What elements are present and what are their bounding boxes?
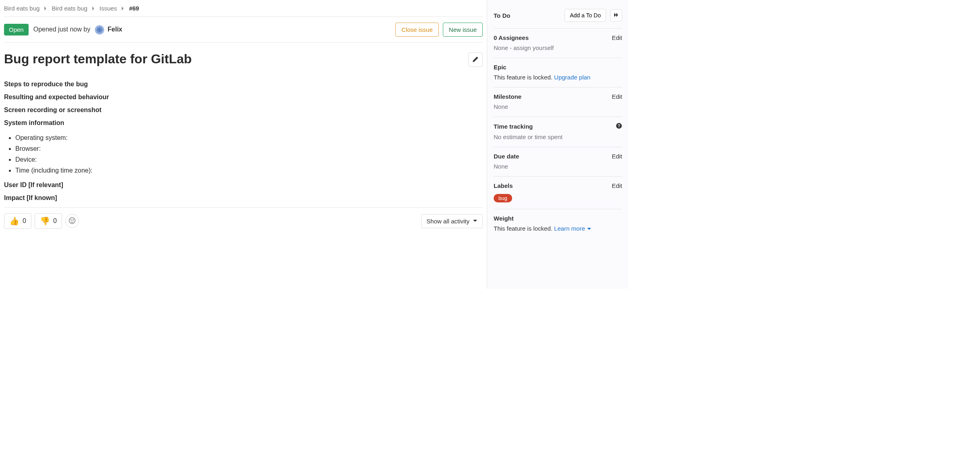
svg-text:?: ?: [618, 124, 620, 128]
sidebar-weight: Weight This feature is locked. Learn mor…: [494, 209, 622, 238]
breadcrumb: Bird eats bug Bird eats bug Issues #69: [4, 3, 483, 17]
issue-description: Steps to reproduce the bug Resulting and…: [4, 71, 483, 202]
label-chip[interactable]: bug: [494, 194, 512, 202]
issue-sidebar: To Do Add a To Do 0 Assignees Edit None …: [487, 0, 629, 289]
list-item: Operating system:: [15, 132, 483, 143]
time-tracking-value: No estimate or time spent: [494, 133, 622, 140]
sidebar-assignees: 0 Assignees Edit None - assign yourself: [494, 29, 622, 58]
section-heading: Resulting and expected behaviour: [4, 94, 483, 101]
svg-point-4: [73, 219, 73, 220]
sidebar-title: To Do: [494, 12, 510, 19]
sidebar-title: Due date: [494, 153, 519, 160]
section-heading: System information: [4, 119, 483, 127]
breadcrumb-current: #69: [129, 5, 139, 12]
activity-filter-label: Show all activity: [426, 218, 469, 225]
help-icon[interactable]: ?: [616, 123, 622, 130]
chevron-double-right-icon: [613, 12, 619, 19]
chevron-right-icon: [91, 5, 96, 12]
author-avatar[interactable]: [95, 25, 104, 35]
due-date-value: None: [494, 163, 622, 170]
pencil-icon: [472, 56, 479, 64]
breadcrumb-section[interactable]: Issues: [100, 5, 117, 12]
add-reaction-button[interactable]: [65, 214, 79, 228]
chevron-down-icon: [587, 227, 592, 231]
edit-link[interactable]: Edit: [612, 34, 622, 41]
chevron-right-icon: [44, 5, 48, 12]
list-item: Time (including time zone):: [15, 165, 483, 176]
chevron-down-icon: [473, 218, 478, 225]
section-heading: User ID [If relevant]: [4, 181, 483, 189]
sidebar-title: Time tracking: [494, 123, 533, 130]
thumbs-down-reaction[interactable]: 👎 0: [35, 213, 62, 229]
edit-link[interactable]: Edit: [612, 182, 622, 189]
section-heading: Screen recording or screenshot: [4, 106, 483, 114]
svg-point-2: [69, 217, 75, 223]
svg-point-3: [71, 219, 71, 220]
sidebar-epic: Epic This feature is locked. Upgrade pla…: [494, 58, 622, 88]
add-todo-button[interactable]: Add a To Do: [565, 9, 606, 22]
sidebar-todo: To Do Add a To Do: [494, 3, 622, 29]
author-name[interactable]: Felix: [108, 26, 122, 33]
epic-locked-text: This feature is locked.: [494, 74, 554, 81]
edit-issue-button[interactable]: [468, 52, 483, 67]
close-issue-button[interactable]: Close issue: [395, 23, 439, 37]
milestone-value: None: [494, 103, 622, 110]
learn-more-link[interactable]: Learn more: [554, 225, 585, 232]
sidebar-title: Weight: [494, 215, 514, 222]
sidebar-title: Milestone: [494, 93, 521, 100]
sidebar-milestone: Milestone Edit None: [494, 88, 622, 117]
chevron-right-icon: [121, 5, 125, 12]
thumbs-up-icon: 👍: [9, 216, 19, 226]
sidebar-title: 0 Assignees: [494, 34, 529, 41]
breadcrumb-root[interactable]: Bird eats bug: [4, 5, 39, 12]
opened-by-text: Opened just now by Felix: [33, 25, 122, 35]
thumbs-up-reaction[interactable]: 👍 0: [4, 213, 31, 229]
section-heading: Steps to reproduce the bug: [4, 81, 483, 88]
issue-header: Open Opened just now by Felix Close issu…: [4, 17, 483, 43]
list-item: Device:: [15, 154, 483, 165]
activity-bar: 👍 0 👎 0 Show all activity: [4, 207, 483, 229]
sidebar-due-date: Due date Edit None: [494, 147, 622, 177]
reaction-count: 0: [53, 217, 57, 225]
assignees-none: None -: [494, 44, 513, 51]
smiley-icon: [68, 217, 76, 226]
edit-link[interactable]: Edit: [612, 93, 622, 100]
collapse-sidebar-button[interactable]: [610, 9, 622, 21]
list-item: Browser:: [15, 143, 483, 154]
opened-prefix: Opened just now by: [33, 26, 90, 33]
section-heading: Impact [If known]: [4, 194, 483, 202]
breadcrumb-group[interactable]: Bird eats bug: [52, 5, 87, 12]
sidebar-title: Labels: [494, 182, 513, 189]
thumbs-down-icon: 👎: [40, 216, 50, 226]
assign-yourself-link[interactable]: assign yourself: [513, 44, 554, 51]
upgrade-plan-link[interactable]: Upgrade plan: [554, 74, 590, 81]
edit-link[interactable]: Edit: [612, 153, 622, 160]
sidebar-time-tracking: Time tracking ? No estimate or time spen…: [494, 117, 622, 147]
activity-filter-dropdown[interactable]: Show all activity: [421, 214, 483, 228]
status-badge: Open: [4, 24, 29, 35]
sidebar-labels: Labels Edit bug: [494, 177, 622, 209]
weight-locked-text: This feature is locked.: [494, 225, 554, 232]
new-issue-button[interactable]: New issue: [443, 23, 483, 37]
sidebar-title: Epic: [494, 64, 507, 71]
reaction-count: 0: [23, 217, 26, 225]
issue-title: Bug report template for GitLab: [4, 51, 468, 68]
